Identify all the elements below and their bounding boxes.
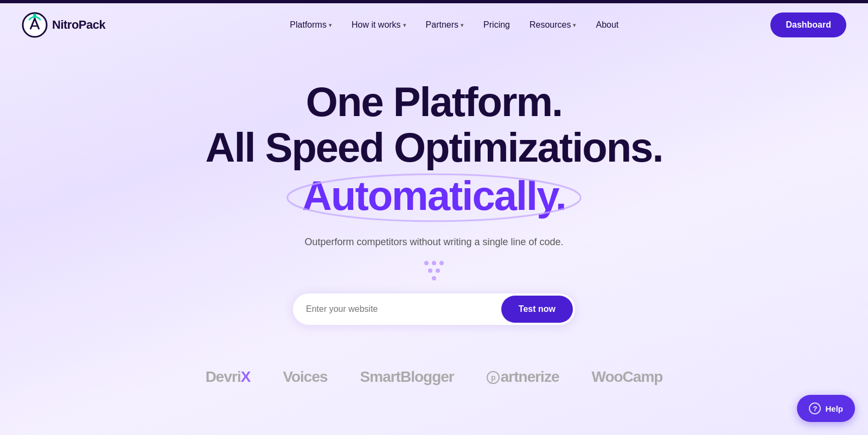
chevron-down-icon: ▾ [329, 22, 332, 29]
logo-icon [22, 12, 48, 38]
nav-item-pricing[interactable]: Pricing [476, 16, 518, 34]
nav-links: Platforms ▾ How it works ▾ Partners ▾ Pr… [138, 16, 770, 34]
hero-heading: One Platform. All Speed Optimizations. [206, 79, 663, 170]
logo-text: NitroPack [52, 18, 105, 32]
website-input[interactable] [293, 295, 499, 324]
hero-subtitle: Outperform competitors without writing a… [304, 236, 563, 248]
navbar: NitroPack Platforms ▾ How it works ▾ Par… [0, 3, 868, 47]
dashboard-button[interactable]: Dashboard [770, 12, 846, 37]
chevron-down-icon: ▾ [461, 22, 464, 29]
nav-item-platforms[interactable]: Platforms ▾ [282, 16, 340, 34]
partner-partnerize: partnerize [487, 368, 559, 386]
svg-point-1 [33, 14, 36, 17]
partners-section: DevriX Voices SmartBlogger partnerize Wo… [0, 347, 868, 396]
test-now-button[interactable]: Test now [501, 296, 573, 323]
website-search-bar: Test now [293, 293, 575, 325]
chevron-indicator [424, 261, 444, 280]
partner-voices: Voices [283, 368, 327, 386]
auto-text: Automatically. [302, 172, 566, 219]
nav-item-how-it-works[interactable]: How it works ▾ [344, 16, 414, 34]
help-icon: ? [809, 402, 821, 414]
nav-item-resources[interactable]: Resources ▾ [522, 16, 584, 34]
auto-wrap: Automatically. [302, 172, 566, 219]
partner-woocamp: WooCamp [591, 368, 662, 386]
chevron-down-icon: ▾ [403, 22, 406, 29]
nav-item-about[interactable]: About [588, 16, 626, 34]
hero-section: One Platform. All Speed Optimizations. A… [0, 47, 868, 347]
partner-devrix: DevriX [206, 368, 251, 386]
help-button[interactable]: ? Help [797, 395, 855, 422]
nav-item-partners[interactable]: Partners ▾ [418, 16, 471, 34]
help-label: Help [825, 404, 843, 413]
logo[interactable]: NitroPack [22, 12, 105, 38]
partner-smartblogger: SmartBlogger [360, 368, 454, 386]
chevron-down-icon: ▾ [573, 22, 576, 29]
